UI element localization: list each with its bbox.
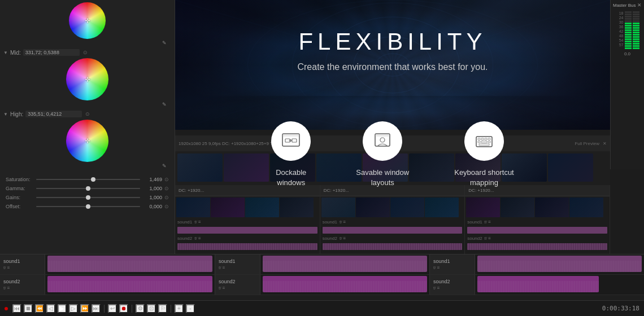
track-content-3 [475,254,644,274]
audio-clip-3[interactable] [477,256,642,272]
bottom-toolbar: ⏮ ⏹ ⏪ ◁ ▶ ▷ ⏩ ⏭ ↩ ⏺ ⚙ ⊡ ⚐ + - 0:00:33:18 [0,300,644,316]
marker-button[interactable]: ⚐ [158,304,167,313]
panel-1-controls2: sound2 f/ ≡ [175,235,320,242]
meter-seg-green [625,43,632,45]
track-content-2 [260,254,429,274]
meter-seg-green [625,45,632,47]
mid-value-input[interactable] [23,49,80,56]
rewind-button[interactable]: ⏪ [35,304,44,313]
zoom-out-button[interactable]: - [186,304,195,313]
feature-savable: Savable window layouts [356,121,409,188]
gains-icon: ⊙ [164,195,169,200]
right-meter-channel [633,11,639,49]
track-label-5: sound2 f/ ≡ [215,275,260,295]
editor-panel-2: DC: +1920... sound1 f/ ≡ sound2 f/ ≡ [320,185,465,254]
svg-rect-21 [485,138,487,140]
mid-section: ▼ Mid: ⊙ ✛ ✎ [0,48,175,109]
stop-button[interactable]: ⏹ [24,304,33,313]
mid-label: Mid: [10,50,21,56]
track-group-5: sound2 f/ ≡ [215,275,429,295]
track-fx-btn-6[interactable]: f/ ≡ [433,286,440,291]
panel-2-strip [320,196,465,218]
audio-waveform-2 [177,243,317,250]
gains-label: Gains: [6,195,34,200]
audio-clip-1[interactable] [47,256,212,272]
track-fx-btn-3[interactable]: f/ ≡ [433,265,440,270]
track-group-3: sound1 f/ ≡ [429,254,644,274]
track-group-2: sound1 f/ ≡ [215,254,429,274]
play-button[interactable]: ▶ [58,304,67,313]
panel-1-fx2: f/ ≡ [194,236,201,241]
track-label-4: sound2 f/ ≡ [0,275,45,295]
track-label-6: sound2 f/ ≡ [430,275,475,295]
audio-waveform-1 [177,227,317,234]
audio-clip-2[interactable] [263,256,427,272]
gains-row: Gains: 1,000 ⊙ [6,195,169,200]
track-name-1: sound1 [3,258,41,264]
master-bus-label: Master Bus [613,3,636,8]
mini-thumb-1 [176,198,210,217]
master-bus-close[interactable]: ✕ [637,2,642,8]
feature-dockable: Dockable windows [271,121,311,188]
master-bus-header: Master Bus ✕ [613,2,642,8]
fast-forward-button[interactable]: ⏩ [80,304,89,313]
feature-keyboard: Keyboard shortcut mapping [454,121,514,188]
snap-button[interactable]: ⊡ [147,304,156,313]
mini-thumb-8 [425,198,459,217]
timecode-display: 0:00:33:18 [602,305,639,312]
step-forward-button[interactable]: ▷ [69,304,78,313]
svg-rect-26 [479,144,489,146]
loop-button[interactable]: ↩ [108,304,117,313]
audio-waveform-4 [323,243,463,250]
track-fx-btn-2[interactable]: f/ ≡ [219,265,225,270]
go-to-start-button[interactable]: ⏮ [12,304,21,313]
audio-clip-5[interactable] [263,276,427,292]
high-value-input[interactable] [25,111,82,117]
gamma-slider[interactable] [36,188,140,189]
panel-1-sound2: sound2 [177,236,192,241]
meter-seg-green [625,34,632,36]
saturation-value: 1,469 [142,177,162,182]
zoom-in-button[interactable]: + [175,304,184,313]
track-fx-btn-5[interactable]: f/ ≡ [219,286,225,291]
audio-clip-4[interactable] [47,276,212,292]
track-content-1 [45,254,215,274]
mini-thumb-11 [535,198,569,217]
track-row-1: sound1 f/ ≡ sound1 f/ ≡ [0,254,644,275]
track-controls-3: f/ ≡ [433,265,471,270]
meter-seg-green [625,27,632,29]
meter-seg-dark [625,11,632,13]
offset-label: Offset: [6,204,34,209]
meter-seg-dark [625,18,632,20]
gamma-label: Gamma: [6,186,34,191]
track-fx-btn-1[interactable]: f/ ≡ [3,265,10,270]
track-name-3: sound1 [433,258,471,264]
audio-waveform-6 [467,243,607,250]
audio-clip-6[interactable] [477,276,599,292]
gains-slider[interactable] [36,197,140,198]
record-indicator [5,307,8,310]
panel-1-controls: sound1 f/ ≡ [175,218,320,226]
saturation-label: Saturation: [6,177,34,182]
mini-thumb-5 [321,198,355,217]
panel-2-title: DC: +1920... [324,188,349,193]
panel-3-fx: f/ ≡ [485,220,491,225]
meter-seg-green [625,23,632,24]
record-button[interactable]: ⏺ [119,304,128,313]
mini-thumb-10 [501,198,534,217]
offset-slider[interactable] [36,206,140,207]
svg-rect-12 [282,134,299,137]
svg-rect-22 [488,138,490,140]
step-back-button[interactable]: ◁ [46,304,55,313]
settings-button[interactable]: ⚙ [136,304,145,313]
track-content-5 [260,275,429,295]
track-fx-btn-4[interactable]: f/ ≡ [3,286,10,291]
meter-seg-dark [625,16,632,17]
saturation-row: Saturation: 1,469 ⊙ [6,177,169,182]
svg-rect-24 [481,141,487,143]
saturation-slider[interactable] [36,179,140,180]
scale-57: 57 [619,43,624,47]
go-to-end-button[interactable]: ⏭ [92,304,101,313]
savable-layout-icon [372,131,393,151]
track-controls-4: f/ ≡ [3,286,41,291]
